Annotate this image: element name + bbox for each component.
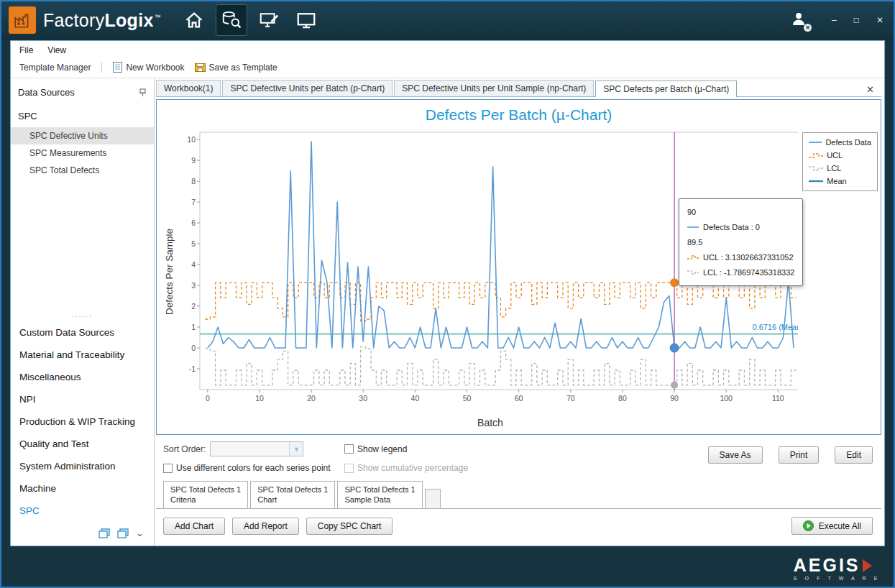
tabstrip-close-button[interactable]: ✕ bbox=[859, 83, 881, 96]
show-legend-checkbox[interactable]: Show legend bbox=[344, 444, 407, 454]
print-button[interactable]: Print bbox=[779, 446, 820, 464]
edit-button[interactable]: Edit bbox=[835, 446, 873, 464]
sort-order-dropdown[interactable]: ▼ bbox=[210, 441, 303, 456]
execute-all-label: Execute All bbox=[819, 521, 861, 531]
device-edit-button[interactable] bbox=[253, 4, 285, 36]
menu-view[interactable]: View bbox=[47, 45, 66, 55]
save-as-button[interactable]: Save As bbox=[708, 446, 763, 464]
template-manager-button[interactable]: Template Manager bbox=[17, 61, 93, 74]
home-button[interactable] bbox=[178, 4, 210, 36]
monitor-edit-icon bbox=[258, 9, 280, 31]
tooltip-ucl-swatch bbox=[687, 254, 699, 260]
toolbar: Template Manager New Workbook Save as Te… bbox=[11, 58, 884, 78]
sidebar-group-spc[interactable]: SPC bbox=[11, 102, 154, 127]
minimize-button[interactable]: – bbox=[829, 14, 840, 27]
tab-np-chart[interactable]: SPC Defective Units per Unit Sample (np-… bbox=[394, 80, 594, 96]
menubar: File View bbox=[11, 41, 884, 58]
new-workbook-button[interactable]: New Workbook bbox=[110, 60, 187, 74]
svg-text:30: 30 bbox=[359, 394, 367, 403]
legend-item-defects: Defects Data bbox=[809, 138, 871, 147]
chart-action-buttons: Save As Print Edit bbox=[708, 446, 873, 464]
template-manager-label: Template Manager bbox=[19, 63, 91, 73]
svg-text:20: 20 bbox=[307, 394, 316, 403]
workbook-tabstrip: Workbook(1) SPC Defective Units per Batc… bbox=[156, 80, 881, 97]
add-report-button[interactable]: Add Report bbox=[232, 518, 299, 535]
save-template-icon bbox=[195, 63, 206, 73]
cascade-windows-icon[interactable] bbox=[98, 528, 110, 538]
svg-text:0: 0 bbox=[205, 394, 209, 403]
sidebar-item-material-and-traceability[interactable]: Material and Traceability bbox=[11, 344, 154, 366]
subtab-chart[interactable]: SPC Total Defects 1Chart bbox=[250, 481, 335, 508]
sidebar-item-production-wip-tracking[interactable]: Production & WIP Tracking bbox=[11, 410, 154, 433]
sidebar-item-system-administration[interactable]: System Administration bbox=[11, 455, 154, 477]
user-logout-button[interactable]: ✕ bbox=[790, 10, 807, 30]
cumulative-percentage-checkbox[interactable]: Show cumulative percentage bbox=[344, 463, 468, 473]
aegis-software-text: S O F T W A R E bbox=[794, 576, 881, 581]
subtab-criteria[interactable]: SPC Total Defects 1Criteria bbox=[163, 481, 248, 508]
cascade-windows-icon-2[interactable] bbox=[117, 528, 129, 538]
bottom-actions: Add Chart Add Report Copy SPC Chart Exec… bbox=[156, 509, 881, 542]
sidebar-item-npi[interactable]: NPI bbox=[11, 388, 154, 410]
maximize-button[interactable]: □ bbox=[851, 14, 862, 27]
sidebar-item-machine[interactable]: Machine bbox=[11, 477, 154, 500]
legend-item-ucl: UCL bbox=[809, 151, 871, 160]
defects-line-swatch bbox=[809, 139, 822, 145]
sidebar-item-spc-measurements[interactable]: SPC Measurements bbox=[11, 144, 154, 162]
svg-text:8: 8 bbox=[191, 177, 196, 185]
tab-u-chart[interactable]: SPC Defects per Batch (µ-Chart) bbox=[595, 81, 737, 97]
chevron-down-icon[interactable]: ⌄ bbox=[136, 528, 144, 538]
sidebar-item-miscellaneous[interactable]: Miscellaneous bbox=[11, 366, 154, 388]
monitor-button[interactable] bbox=[290, 4, 322, 36]
pin-button[interactable] bbox=[139, 88, 147, 97]
svg-text:100: 100 bbox=[720, 394, 733, 403]
brand-trademark: ™ bbox=[155, 14, 161, 21]
execute-all-button[interactable]: Execute All bbox=[791, 517, 873, 535]
spc-subtabs: SPC Total Defects 1Criteria SPC Total De… bbox=[156, 481, 881, 509]
database-search-icon bbox=[221, 9, 242, 31]
svg-text:110: 110 bbox=[771, 394, 784, 403]
show-legend-checkbox-box bbox=[344, 444, 354, 454]
copy-spc-chart-button[interactable]: Copy SPC Chart bbox=[306, 518, 393, 535]
sidebar-item-spc-defective-units[interactable]: SPC Defective Units bbox=[11, 127, 154, 144]
svg-text:50: 50 bbox=[462, 394, 471, 403]
lcl-marker[interactable] bbox=[671, 382, 678, 389]
save-as-template-button[interactable]: Save as Template bbox=[192, 61, 280, 74]
dropdown-arrow-icon: ▼ bbox=[289, 442, 303, 456]
defects-marker[interactable] bbox=[670, 344, 679, 352]
chart-title: Defects Per Batch (µ-Chart) bbox=[157, 100, 881, 125]
sidebar: Data Sources SPC SPC Defective Units SPC… bbox=[11, 78, 155, 546]
different-colors-checkbox[interactable]: Use different colors for each series poi… bbox=[163, 463, 331, 473]
sidebar-item-quality-and-test[interactable]: Quality and Test bbox=[11, 433, 154, 455]
data-explorer-button[interactable] bbox=[216, 4, 247, 36]
ucl-marker[interactable] bbox=[670, 278, 679, 287]
execute-icon bbox=[803, 520, 814, 531]
subtab-sample-data[interactable]: SPC Total Defects 1Sample Data bbox=[337, 481, 422, 508]
svg-text:5: 5 bbox=[191, 239, 196, 248]
sidebar-item-spc-category[interactable]: SPC bbox=[11, 500, 154, 522]
chart-controls: Sort Order: ▼ Show legend Use d bbox=[156, 435, 881, 481]
lcl-line-swatch bbox=[809, 165, 823, 172]
svg-text:40: 40 bbox=[410, 394, 419, 403]
svg-text:70: 70 bbox=[566, 394, 574, 403]
new-workbook-icon bbox=[113, 62, 122, 73]
factory-icon bbox=[13, 11, 32, 29]
sidebar-item-custom-data-sources[interactable]: Custom Data Sources bbox=[11, 321, 154, 344]
svg-text:2: 2 bbox=[191, 302, 196, 311]
tab-workbook-1[interactable]: Workbook(1) bbox=[156, 80, 221, 96]
sidebar-footer: ⌄ bbox=[11, 522, 154, 546]
aegis-logo: AEGIS S O F T W A R E bbox=[794, 556, 881, 581]
sidebar-splitter[interactable]: ...... bbox=[11, 309, 154, 321]
add-chart-button[interactable]: Add Chart bbox=[163, 518, 225, 535]
save-as-template-label: Save as Template bbox=[209, 63, 277, 73]
svg-text:60: 60 bbox=[514, 394, 523, 403]
window-controls: ✕ – □ ✕ bbox=[790, 10, 886, 30]
legend-item-lcl: LCL bbox=[809, 164, 871, 173]
close-button[interactable]: ✕ bbox=[873, 14, 886, 27]
aegis-triangle-icon bbox=[863, 559, 872, 572]
different-colors-label: Use different colors for each series poi… bbox=[176, 463, 331, 473]
tab-p-chart[interactable]: SPC Defective Units per Batch (p-Chart) bbox=[222, 80, 393, 96]
monitor-icon bbox=[295, 9, 317, 31]
menu-file[interactable]: File bbox=[19, 45, 33, 55]
aegis-brand-text: AEGIS bbox=[794, 556, 860, 574]
sidebar-item-spc-total-defects[interactable]: SPC Total Defects bbox=[11, 162, 154, 179]
